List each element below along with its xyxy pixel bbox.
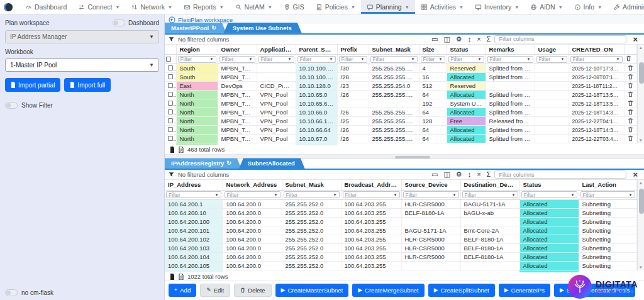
column-header[interactable]: Usage [535, 45, 569, 55]
row-checkbox[interactable] [168, 101, 173, 106]
card-view-icon[interactable]: ▭ [431, 171, 438, 178]
card-view-icon[interactable]: ▭ [431, 36, 438, 43]
refresh-icon[interactable]: ↻ [226, 158, 231, 169]
nav-info[interactable]: Info▼ [569, 0, 608, 14]
delete-row-icon[interactable] [624, 99, 636, 108]
settings-icon[interactable]: ⚙ [456, 171, 462, 178]
column-header[interactable]: CREATED_ON [569, 45, 624, 55]
column-header[interactable]: Subnet_Mask [282, 180, 341, 190]
tab-subnetallocated[interactable]: SubnetAllocated [239, 158, 305, 169]
filter-caret-icon[interactable]: ▼ [249, 57, 253, 61]
clear-filters-icon[interactable]: × [477, 171, 480, 178]
filter-caret-icon[interactable]: ▼ [527, 57, 531, 61]
filter-caret-icon[interactable]: ▼ [274, 193, 278, 197]
nav-dashboard[interactable]: Dashboard [19, 0, 72, 14]
filter-caret-icon[interactable]: ▼ [512, 193, 516, 197]
delete-row-icon[interactable] [624, 91, 636, 99]
close-icon[interactable]: × [630, 35, 640, 43]
column-filter-input[interactable] [286, 192, 333, 198]
column-header[interactable]: Application [257, 45, 296, 55]
column-filter-input[interactable] [169, 192, 215, 198]
filter-columns-input[interactable] [494, 170, 626, 179]
scrollbar-thumb[interactable] [395, 156, 430, 158]
nav-connect[interactable]: Connect▼ [72, 0, 125, 14]
column-filter-input[interactable] [300, 56, 330, 62]
table-row[interactable]: 100.64.200.105 100.64.200.0 255.255.252.… [165, 261, 636, 270]
nav-network[interactable]: Network▼ [125, 0, 177, 14]
split-view-icon[interactable]: ◫ [443, 171, 450, 178]
select-all-checkbox[interactable] [166, 57, 171, 62]
table-row[interactable]: 100.64.200.1 100.64.200.0 255.255.252.0 … [165, 199, 636, 208]
column-header[interactable]: Status [519, 180, 579, 190]
column-filter-input[interactable] [524, 192, 571, 198]
table-row[interactable]: North MPBN_Team VPN_Pool 10.10.67.0 /26 … [165, 135, 636, 143]
column-filter-input[interactable] [345, 192, 394, 198]
table-row[interactable]: 100.64.200.102 100.64.200.0 255.255.252.… [165, 235, 636, 243]
table-row[interactable]: North MPBN_Team VPN_Pool 10.10.65.64-10.… [165, 99, 636, 108]
column-header[interactable]: Network_Address [223, 180, 282, 190]
table-row[interactable]: East DevOps CICD_Pipeline 10.10.128.0 /2… [165, 82, 636, 91]
filter-caret-icon[interactable]: ▼ [215, 193, 219, 197]
column-filter-input[interactable] [583, 192, 629, 198]
create-split-subnet-button[interactable]: ▶CreateSplitSubnet [428, 284, 495, 297]
tab-system-use-subnets[interactable]: System Use Subnets [224, 23, 302, 33]
table-row[interactable]: North MPBN_Team VPN_Pool 10.10.66.64 /26… [165, 126, 636, 135]
delete-row-icon[interactable] [624, 117, 636, 126]
tab-ipaddressregistry[interactable]: IPAddressRegistry↻ [165, 158, 242, 169]
nav-gis[interactable]: GIS [278, 0, 310, 14]
table-row[interactable]: North MPBN_Team VPN_Pool 10.10.65.0 /26 … [165, 91, 636, 99]
aggregate-sigma-icon[interactable]: Σ [487, 36, 491, 43]
delete-row-icon[interactable] [624, 73, 636, 82]
filter-caret-icon[interactable]: ▼ [288, 57, 292, 61]
row-checkbox[interactable] [168, 74, 173, 79]
row-checkbox[interactable] [168, 109, 173, 114]
table-row[interactable]: South MPBN_Team 10.10.100.96 /28 255.255… [165, 73, 636, 82]
filter-caret-icon[interactable]: ▼ [210, 57, 214, 61]
delete-row-icon[interactable] [624, 135, 636, 143]
delete-button[interactable]: Delete [234, 284, 271, 297]
column-header[interactable]: Source_Device [401, 180, 460, 190]
filter-caret-icon[interactable]: ▼ [439, 57, 443, 61]
column-filter-input[interactable] [341, 56, 361, 62]
column-header[interactable]: Owner [218, 45, 257, 55]
row-checkbox[interactable] [168, 136, 173, 141]
filter-columns-input[interactable] [494, 35, 626, 43]
column-header[interactable]: Remarks [486, 45, 535, 55]
row-checkbox[interactable] [168, 65, 173, 70]
filter-caret-icon[interactable]: ▼ [616, 57, 620, 61]
table-row[interactable]: 100.64.200.101 100.64.200.0 255.255.252.… [165, 226, 636, 235]
row-checkbox[interactable] [168, 118, 173, 123]
delete-column-header[interactable] [624, 55, 636, 64]
column-filter-input[interactable] [573, 56, 616, 62]
nav-administration[interactable]: Administration▼ [608, 0, 644, 14]
aggregate-sigma-icon[interactable]: Σ [487, 171, 491, 178]
clear-filters-icon[interactable]: × [477, 36, 480, 43]
row-checkbox[interactable] [168, 127, 173, 132]
export-file-icon[interactable] [170, 147, 175, 153]
scroll-down-icon[interactable]: ▼ [639, 264, 643, 270]
column-header[interactable]: Subnet_Mask [369, 45, 419, 55]
export-file-icon[interactable] [170, 274, 175, 280]
create-merge-subnet-button[interactable]: ▶CreateMergeSubnet [352, 284, 424, 297]
workspace-select[interactable]: IP Address Manager ▼ [5, 30, 159, 43]
column-filter-input[interactable] [180, 56, 210, 62]
filter-caret-icon[interactable]: ▼ [453, 193, 457, 197]
workbook-select[interactable]: 1-Master IP Pool ▼ [5, 58, 159, 72]
column-header[interactable]: Prefix [337, 45, 369, 55]
create-master-subnet-button[interactable]: ▶CreateMasterSubnet [275, 284, 349, 297]
nav-netam[interactable]: NetAM▼ [230, 0, 278, 14]
column-header[interactable]: Status [447, 45, 486, 55]
table-row[interactable]: 100.64.200.10 100.64.200.0 255.255.252.0… [165, 208, 636, 217]
column-header[interactable]: Parent_Subnet [296, 45, 337, 55]
table-row[interactable]: 100.64.200.100 100.64.200.0 255.255.252.… [165, 217, 636, 226]
add-button[interactable]: +Add [169, 284, 196, 297]
column-header[interactable]: IP_Address [165, 180, 223, 190]
scroll-up-icon[interactable]: ▲ [639, 180, 643, 186]
delete-row-icon[interactable] [624, 82, 636, 91]
close-icon[interactable]: × [630, 170, 640, 179]
row-checkbox[interactable] [168, 83, 173, 88]
column-filter-input[interactable] [490, 56, 527, 62]
column-filter-input[interactable] [451, 56, 478, 62]
scrollbar-thumb[interactable] [639, 189, 644, 214]
delete-row-icon[interactable] [624, 108, 636, 117]
